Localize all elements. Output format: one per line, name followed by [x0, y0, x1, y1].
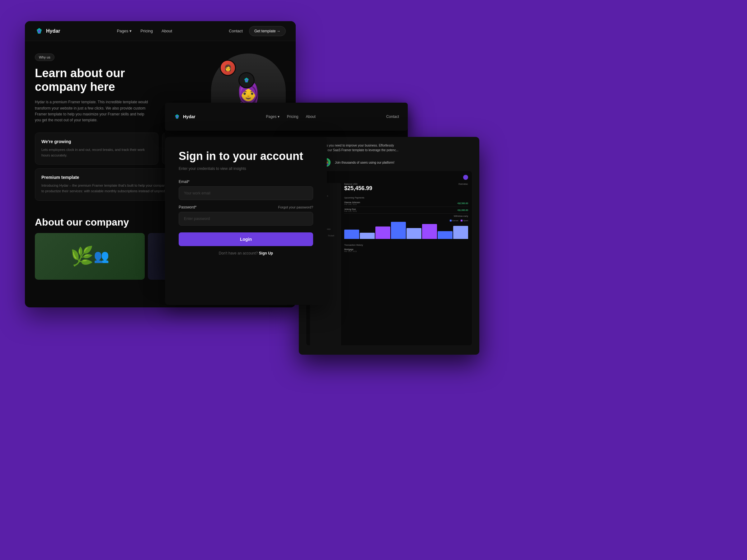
balance-area: Balance USD: Overview: $25,456.99	[344, 183, 468, 193]
window-2-navbar: Hydar Pages ▾ Pricing About Contact	[165, 103, 408, 131]
balance-value: $25,456.99	[344, 185, 468, 192]
dashboard-app: Hydar Home Contracts PAGES Invoices	[306, 171, 472, 345]
w2-contact-link[interactable]: Contact	[386, 114, 399, 119]
forgot-password-link[interactable]: Forgot your password?	[278, 205, 313, 209]
bar-1	[344, 230, 359, 239]
dashboard-content: Balance USD: Overview: $25,456.99 Upcomi…	[344, 183, 468, 345]
pricing-nav-link[interactable]: Pricing	[140, 29, 153, 33]
tx-row-1: Mortgage Mar 18th, 2023	[344, 247, 468, 253]
dash-main-layout: Home Contracts PAGES Invoices Cards SUPP	[310, 183, 468, 345]
signin-subtitle: Enter your credentials to view all insig…	[179, 166, 313, 171]
dash-app-right	[463, 175, 468, 180]
upcoming-payments: Upcoming Payments Gianna Johnson Feb 18t…	[344, 195, 468, 217]
hero-description: Hydar is a premium Framer template. This…	[35, 99, 150, 123]
join-text: Join thousands of users using our platfo…	[335, 161, 394, 164]
payment-row-2: Johnny Doe Feb 12th, 2023 +$1,000.00	[344, 207, 468, 214]
overview-label: Overview:	[459, 183, 468, 185]
navbar-1: Hydar Pages ▾ Pricing About Contact Get …	[25, 21, 296, 41]
password-row: Password* Forgot your password?	[179, 205, 313, 209]
upcoming-label: Upcoming Payments	[344, 196, 468, 199]
pay-name-2: Johnny Doe	[344, 208, 357, 210]
w2-nav-links: Pages ▾ Pricing About	[266, 114, 315, 119]
w2-logo[interactable]: Hydar	[174, 113, 196, 120]
hero-left: Why us Learn about our company here Hyda…	[35, 54, 165, 123]
card-growing-desc: Lets employees clock in and out, record …	[42, 147, 152, 158]
tx-label: Transaction History	[344, 244, 468, 246]
bar-5	[407, 228, 421, 239]
pay-date-1: Feb 18th, 2023	[344, 204, 360, 205]
hero-avatar-bubble: 👩	[220, 60, 236, 76]
bar-2	[360, 233, 375, 239]
hero-title: Learn about our company here	[35, 66, 165, 94]
card-growing-title: We're growing	[42, 139, 152, 144]
nav-right: Contact Get template →	[229, 26, 286, 36]
tx-date: Mar 18th, 2023	[344, 250, 357, 252]
email-label: Email*	[179, 180, 313, 184]
spent-legend: Spent	[461, 220, 468, 221]
pay-name-1: Gianna Johnson	[344, 201, 360, 204]
signin-window: Sign in to your account Enter your crede…	[165, 137, 327, 305]
password-label: Password*	[179, 205, 197, 209]
get-template-button[interactable]: Get template →	[249, 26, 286, 36]
login-button[interactable]: Login	[179, 232, 313, 246]
contact-nav-link[interactable]: Contact	[229, 29, 243, 33]
about-nav-link[interactable]: About	[161, 29, 172, 33]
pay-amount-1: +$2,500.00	[457, 202, 468, 205]
email-input[interactable]	[179, 186, 313, 200]
payment-row-1: Gianna Johnson Feb 18th, 2023 +$2,500.00	[344, 200, 468, 207]
bar-4	[391, 222, 406, 239]
dash-app-navbar: Hydar	[310, 175, 468, 180]
signup-link[interactable]: Sign Up	[259, 251, 273, 256]
bar-8	[453, 226, 468, 239]
bar-3	[376, 226, 390, 239]
bar-chart	[344, 223, 468, 239]
w2-logo-icon	[174, 113, 181, 120]
about-image-1: 🌿 👥	[35, 233, 145, 280]
no-account-text: Don't have an account?	[219, 251, 258, 256]
chart-area: Earned Spent	[344, 220, 468, 239]
password-input[interactable]	[179, 212, 313, 225]
w2-logo-text: Hydar	[183, 114, 196, 119]
pages-nav-link[interactable]: Pages ▾	[117, 29, 132, 33]
dashboard-avatars: 👩 👨 👩‍🦱 Join thousands of users using ou…	[306, 157, 472, 167]
withdraw-early-link[interactable]: Withdraw early	[344, 215, 468, 217]
transaction-history: Transaction History Mortgage Mar 18th, 2…	[344, 241, 468, 253]
bar-6	[422, 224, 437, 239]
pay-amount-2: +$1,000.00	[457, 209, 468, 211]
tx-name: Mortgage	[344, 248, 357, 250]
card-growing: We're growing Lets employees clock in an…	[35, 133, 158, 165]
earned-legend: Earned	[450, 220, 458, 221]
bar-7	[438, 231, 453, 239]
nav-links: Pages ▾ Pricing About	[117, 29, 172, 33]
balance-label: Balance USD:	[344, 183, 358, 185]
signin-title: Sign in to your account	[179, 149, 313, 163]
w2-about-link[interactable]: About	[306, 114, 316, 119]
why-us-badge: Why us	[35, 54, 54, 61]
hero-logo-bubble	[238, 72, 255, 88]
w2-pages-link[interactable]: Pages ▾	[266, 114, 279, 119]
pay-date-2: Feb 12th, 2023	[344, 210, 357, 212]
w2-pricing-link[interactable]: Pricing	[287, 114, 299, 119]
signup-row: Don't have an account? Sign Up	[179, 251, 313, 256]
logo-icon	[35, 27, 44, 35]
logo-area[interactable]: Hydar	[35, 27, 60, 35]
logo-text: Hydar	[46, 28, 60, 34]
